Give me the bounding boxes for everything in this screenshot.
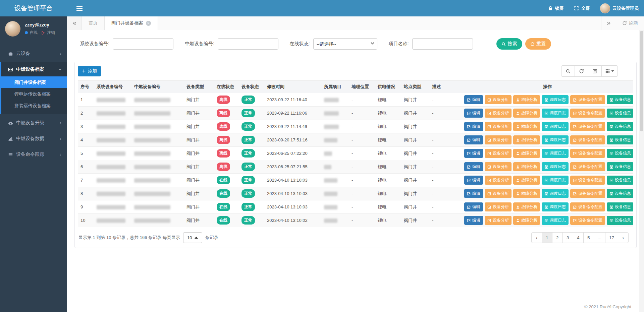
table-refresh-button[interactable] — [575, 65, 588, 77]
tabs-scroll-right-button[interactable] — [601, 16, 616, 30]
action-device-command-config-button[interactable]: 设备命令配置 — [570, 149, 605, 158]
action-device-info-button[interactable]: 设备信息 — [607, 135, 633, 144]
action-fault-analysis-button[interactable]: 故障分析 — [513, 149, 540, 158]
action-device-command-config-button[interactable]: 设备命令配置 — [570, 176, 605, 185]
action-edit-button[interactable]: 编辑 — [464, 135, 483, 144]
action-fault-analysis-button[interactable]: 故障分析 — [513, 162, 540, 171]
logout-link[interactable]: 注销 — [47, 30, 55, 36]
sidebar-item-cloud-device[interactable]: 云设备 — [0, 47, 67, 61]
action-device-info-button[interactable]: 设备信息 — [607, 162, 633, 171]
lock-screen-button[interactable]: 锁屏 — [548, 5, 564, 11]
fullscreen-button[interactable]: 全屏 — [574, 5, 590, 11]
page-1-button[interactable]: 1 — [542, 232, 552, 243]
action-dispatch-log-button[interactable]: 调度日志 — [542, 95, 569, 104]
action-edit-button[interactable]: 编辑 — [464, 149, 483, 158]
action-device-info-button[interactable]: 设备信息 — [607, 216, 633, 225]
action-dispatch-log-button[interactable]: 调度日志 — [542, 176, 569, 185]
online-state-select[interactable]: --请选择-- — [313, 38, 377, 50]
action-device-analysis-button[interactable]: 设备分析 — [485, 189, 512, 198]
action-edit-button[interactable]: 编辑 — [464, 95, 483, 104]
action-edit-button[interactable]: 编辑 — [464, 162, 483, 171]
search-button[interactable]: 搜索 — [496, 38, 522, 50]
page-3-button[interactable]: 3 — [562, 232, 573, 243]
action-device-analysis-button[interactable]: 设备分析 — [485, 135, 512, 144]
tab-valve-well-archive[interactable]: 阀门井设备档案 — [105, 16, 158, 30]
action-device-info-button[interactable]: 设备信息 — [607, 95, 633, 104]
reset-button[interactable]: 重置 — [525, 38, 551, 50]
sidebar-item-zr-device-archive[interactable]: 中燃设备档案 — [1, 62, 67, 76]
sidebar-subitem[interactable]: 拼装远传设备档案 — [1, 100, 67, 112]
action-dispatch-log-button[interactable]: 调度日志 — [542, 135, 569, 144]
sidebar-subitem[interactable]: 锂电远传设备档案 — [1, 88, 67, 100]
action-edit-button[interactable]: 编辑 — [464, 122, 483, 131]
action-edit-button[interactable]: 编辑 — [464, 109, 483, 118]
action-device-info-button[interactable]: 设备信息 — [607, 189, 633, 198]
zr-device-no-input[interactable] — [218, 38, 278, 50]
action-device-analysis-button[interactable]: 设备分析 — [485, 176, 512, 185]
add-button[interactable]: 添加 — [78, 66, 101, 76]
page-2-button[interactable]: 2 — [552, 232, 563, 243]
page-5-button[interactable]: 5 — [583, 232, 594, 243]
sidebar-subitem[interactable]: 阀门井设备档案 — [1, 76, 67, 88]
action-fault-analysis-button[interactable]: 故障分析 — [513, 202, 540, 211]
action-dispatch-log-button[interactable]: 调度日志 — [542, 109, 569, 118]
action-dispatch-log-button[interactable]: 调度日志 — [542, 202, 569, 211]
action-device-analysis-button[interactable]: 设备分析 — [485, 216, 512, 225]
action-dispatch-log-button[interactable]: 调度日志 — [542, 189, 569, 198]
action-device-command-config-button[interactable]: 设备命令配置 — [570, 95, 605, 104]
sidebar-toggle-button[interactable] — [76, 6, 83, 11]
project-name-input[interactable] — [412, 38, 473, 50]
action-device-command-config-button[interactable]: 设备命令配置 — [570, 162, 605, 171]
tabs-scroll-left-button[interactable] — [67, 16, 82, 30]
user-menu[interactable]: 云设备管理员 — [600, 3, 639, 13]
page-4-button[interactable]: 4 — [573, 232, 584, 243]
action-dispatch-log-button[interactable]: 调度日志 — [542, 216, 569, 225]
page-prev-button[interactable]: ‹ — [531, 232, 542, 243]
action-edit-button[interactable]: 编辑 — [464, 216, 483, 225]
action-device-info-button[interactable]: 设备信息 — [607, 109, 633, 118]
action-fault-analysis-button[interactable]: 故障分析 — [513, 216, 540, 225]
sidebar-item-device-command-trace[interactable]: 设备命令跟踪 — [0, 147, 67, 162]
action-device-command-config-button[interactable]: 设备命令配置 — [570, 216, 605, 225]
page-next-button[interactable]: › — [618, 232, 629, 243]
action-edit-button[interactable]: 编辑 — [464, 176, 483, 185]
action-device-info-button[interactable]: 设备信息 — [607, 149, 633, 158]
action-edit-button[interactable]: 编辑 — [464, 189, 483, 198]
action-device-analysis-button[interactable]: 设备分析 — [485, 162, 512, 171]
table-search-button[interactable] — [561, 65, 575, 77]
system-device-no-input[interactable] — [113, 38, 173, 50]
page-17-button[interactable]: 17 — [605, 232, 618, 243]
action-device-command-config-button[interactable]: 设备命令配置 — [570, 189, 605, 198]
tab-home[interactable]: 首页 — [82, 16, 105, 30]
action-device-analysis-button[interactable]: 设备分析 — [485, 122, 512, 131]
action-fault-analysis-button[interactable]: 故障分析 — [513, 176, 540, 185]
sidebar-item-zr-device-upgrade[interactable]: 中燃设备升级 — [0, 116, 67, 130]
action-fault-analysis-button[interactable]: 故障分析 — [513, 109, 540, 118]
action-edit-button[interactable]: 编辑 — [464, 202, 483, 211]
action-fault-analysis-button[interactable]: 故障分析 — [513, 135, 540, 144]
action-device-command-config-button[interactable]: 设备命令配置 — [570, 109, 605, 118]
action-device-analysis-button[interactable]: 设备分析 — [485, 202, 512, 211]
refresh-tab-button[interactable]: 刷新 — [616, 16, 644, 30]
action-device-analysis-button[interactable]: 设备分析 — [485, 109, 512, 118]
action-device-info-button[interactable]: 设备信息 — [607, 176, 633, 185]
page-size-select[interactable]: 10 — [183, 232, 202, 243]
action-fault-analysis-button[interactable]: 故障分析 — [513, 95, 540, 104]
action-device-analysis-button[interactable]: 设备分析 — [485, 95, 512, 104]
action-device-command-config-button[interactable]: 设备命令配置 — [570, 122, 605, 131]
scrollbar-thumb[interactable] — [640, 31, 643, 131]
table-columns-button[interactable] — [601, 65, 618, 77]
action-fault-analysis-button[interactable]: 故障分析 — [513, 189, 540, 198]
table-detail-view-button[interactable] — [588, 65, 602, 77]
action-dispatch-log-button[interactable]: 调度日志 — [542, 149, 569, 158]
close-tab-icon[interactable] — [146, 21, 151, 26]
action-device-info-button[interactable]: 设备信息 — [607, 122, 633, 131]
sidebar-item-zr-device-data[interactable]: 中燃设备数据 — [0, 132, 67, 146]
action-device-analysis-button[interactable]: 设备分析 — [485, 149, 512, 158]
action-dispatch-log-button[interactable]: 调度日志 — [542, 122, 569, 131]
action-device-info-button[interactable]: 设备信息 — [607, 202, 633, 211]
scrollbar[interactable] — [639, 30, 644, 312]
action-dispatch-log-button[interactable]: 调度日志 — [542, 162, 569, 171]
action-device-command-config-button[interactable]: 设备命令配置 — [570, 202, 605, 211]
action-fault-analysis-button[interactable]: 故障分析 — [513, 122, 540, 131]
